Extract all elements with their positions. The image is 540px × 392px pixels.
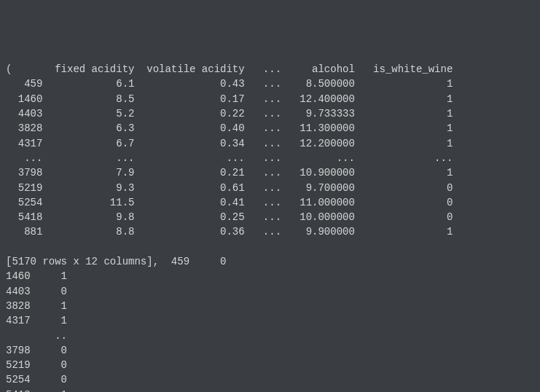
dataframe-body: 459 6.1 0.43 ... 8.500000 1 1460 8.5 0.1… [6, 78, 453, 238]
dataframe-shape-line: [5170 rows x 12 columns], 459 0 [6, 256, 226, 267]
dataframe-header-line: ( fixed acidity volatile acidity ... alc… [6, 63, 453, 75]
series-body: 1460 1 4403 0 3828 1 4317 1 .. 3798 0 52… [6, 270, 67, 392]
console-output: ( fixed acidity volatile acidity ... alc… [6, 62, 534, 392]
